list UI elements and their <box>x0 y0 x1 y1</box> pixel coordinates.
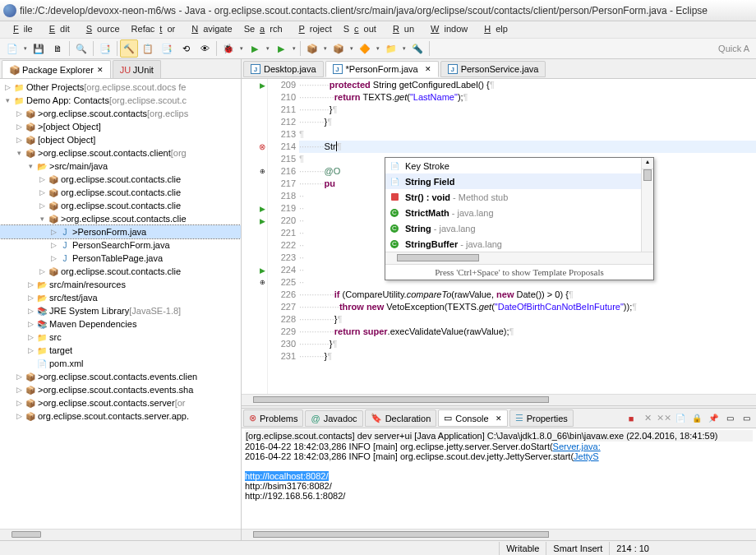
window-title: file:/C:/develop/devoxx-neon-m6/ws - Jav… <box>20 5 708 16</box>
tree-jre[interactable]: ▷📚JRE System Library [JavaSE-1.8] <box>0 304 241 317</box>
ca-hscroll[interactable] <box>385 252 653 264</box>
scroll-lock-button[interactable]: 🔒 <box>690 412 703 425</box>
terminate-button[interactable]: ■ <box>625 412 638 425</box>
tree-pom[interactable]: 📄pom.xml <box>0 357 241 370</box>
code-content[interactable]: ············protected String getConfigur… <box>299 79 756 394</box>
ca-string[interactable]: CString - java.lang <box>385 220 653 236</box>
tree-src-test-java[interactable]: ▷📂src/test/java <box>0 291 241 304</box>
tree-src-main-res[interactable]: ▷📂src/main/resources <box>0 278 241 291</box>
tree-pkg3[interactable]: ▾📦> org.eclipse.scout.contacts.clie <box>0 212 241 225</box>
tab-desktop[interactable]: JDesktop.java <box>243 61 324 77</box>
minimize-button[interactable]: ▭ <box>740 412 753 425</box>
menu-window[interactable]: Window <box>421 22 472 37</box>
menu-navigate[interactable]: Navigate <box>182 22 237 37</box>
package-explorer-tab[interactable]: 📦 Package Explorer ✕ <box>2 60 111 78</box>
ca-vscroll[interactable]: ▴ <box>641 158 653 252</box>
ca-strictmath[interactable]: CStrictMath - java.lang <box>385 205 653 220</box>
tab-personform[interactable]: J*PersonForm.java✕ <box>325 61 439 77</box>
menu-edit[interactable]: Edit <box>39 22 75 37</box>
tab-problems[interactable]: ⊗Problems <box>243 409 303 427</box>
tree-src-main-java[interactable]: ▾📂> src/main/java <box>0 160 241 173</box>
search-button[interactable]: 🔦 <box>408 39 426 58</box>
tree-pkg2[interactable]: ▷📦org.eclipse.scout.contacts.clie <box>0 199 241 212</box>
save-button[interactable]: 💾 <box>30 39 48 58</box>
build-button[interactable]: 🔨 <box>120 39 138 58</box>
tree-personform[interactable]: ▷J> PersonForm.java <box>0 225 241 238</box>
new-button[interactable]: 📄 <box>3 39 21 58</box>
tab-javadoc[interactable]: @Javadoc <box>305 410 362 427</box>
code-editor[interactable]: ▶ ⊗ ⊕ ▶ ▶ ▶ ⊕ 20921021121221321421521621… <box>242 79 756 394</box>
editor-hscroll[interactable] <box>242 394 756 405</box>
bookmark-button[interactable]: 📑 <box>158 39 176 58</box>
console-link-jetty[interactable]: JettyS <box>574 451 599 461</box>
tab-properties[interactable]: ☰Properties <box>509 409 574 427</box>
left-hscroll[interactable] <box>0 529 241 540</box>
tree-server[interactable]: ▷📦> org.eclipse.scout.contacts.server [o… <box>0 396 241 409</box>
package-explorer-tree[interactable]: ▷📁Other Projects [org.eclipse.scout.docs… <box>0 79 241 529</box>
console-link-server[interactable]: Server.java: <box>553 442 601 451</box>
tree-events[interactable]: ▷📦> org.eclipse.scout.contacts.events.cl… <box>0 370 241 383</box>
tree-pkg1[interactable]: ▷📦org.eclipse.scout.contacts.clie <box>0 186 241 199</box>
folder-button[interactable]: 📁 <box>382 39 400 58</box>
console-output[interactable]: [org.eclipse.scout.contacts] dev server+… <box>242 428 756 529</box>
console-hscroll[interactable] <box>242 529 756 540</box>
tree-src[interactable]: ▷📁src <box>0 331 241 344</box>
tree-other-projects[interactable]: ▷📁Other Projects [org.eclipse.scout.docs… <box>0 81 241 94</box>
menu-scout[interactable]: Scout <box>339 22 381 37</box>
debug-button[interactable]: 🐞 <box>219 39 237 58</box>
tree-server-app[interactable]: ▷📦org.eclipse.scout.contacts.server.app. <box>0 409 241 423</box>
menu-search[interactable]: Search <box>239 22 288 37</box>
display-button[interactable]: ▭ <box>723 412 736 425</box>
remove-all-button[interactable]: ⨯⨯ <box>657 412 671 425</box>
ca-stringbuffer[interactable]: CStringBuffer - java.lang <box>385 236 653 252</box>
java-icon: J <box>448 64 458 74</box>
tree-events-sha[interactable]: ▷📦> org.eclipse.scout.contacts.events.sh… <box>0 383 241 396</box>
sync-button[interactable]: ⟲ <box>177 39 195 58</box>
ca-str[interactable]: Str() : void - Method stub <box>385 189 653 205</box>
wizard-button[interactable]: 📦 <box>303 39 321 58</box>
remove-launch-button[interactable]: ✕ <box>641 412 654 425</box>
menu-refactor[interactable]: Refactor <box>127 22 181 37</box>
menu-help[interactable]: Help <box>474 22 513 37</box>
save-all-button[interactable]: 🗎 <box>48 39 67 58</box>
tree-pkg0[interactable]: ▷📦org.eclipse.scout.contacts.clie <box>0 173 241 186</box>
run-last-button[interactable]: ▶ <box>272 39 290 58</box>
task-button[interactable]: 📑 <box>96 39 114 58</box>
tree-pkg5[interactable]: ▷📦org.eclipse.scout.contacts.clie <box>0 265 241 278</box>
menu-source[interactable]: Source <box>76 22 125 37</box>
tree-personsearch[interactable]: ▷JPersonSearchForm.java <box>0 238 241 252</box>
content-assist-popup[interactable]: 📄Key Stroke 📄String Field Str() : void -… <box>385 157 654 280</box>
clear-button[interactable]: 📄 <box>674 412 687 425</box>
tree-settings[interactable]: ▷📦> [object Object] <box>0 120 241 133</box>
toggle-breakpoint-button[interactable]: 📋 <box>139 39 157 58</box>
run-button[interactable]: ▶ <box>246 39 264 58</box>
ca-keystroke[interactable]: 📄Key Stroke <box>385 158 653 173</box>
tab-declaration[interactable]: 🔖Declaration <box>365 409 437 427</box>
tree-contacts[interactable]: ▷📦> org.eclipse.scout.contacts [org.ecli… <box>0 107 241 120</box>
console-url1[interactable]: http://localhost:8082/ <box>245 471 329 481</box>
console-url2[interactable]: http://bsim3176:8082/ <box>245 481 332 491</box>
tree-maven[interactable]: ▷📚Maven Dependencies <box>0 317 241 331</box>
menu-file[interactable]: File <box>3 22 38 37</box>
show-button[interactable]: 👁 <box>196 39 214 58</box>
open-type-button[interactable]: 🔍 <box>72 39 90 58</box>
menu-run[interactable]: Run <box>383 22 419 37</box>
tree-target[interactable]: ▷📁target <box>0 344 241 357</box>
tab-console[interactable]: ▭Console✕ <box>438 409 507 427</box>
package-button[interactable]: 📦 <box>330 39 348 58</box>
tree-persontable[interactable]: ▷JPersonTablePage.java <box>0 252 241 265</box>
quick-access[interactable]: Quick A <box>718 44 753 53</box>
pin-button[interactable]: 📌 <box>707 412 720 425</box>
tree-client[interactable]: ▾📦> org.eclipse.scout.contacts.client [o… <box>0 146 241 160</box>
status-writable: Writable <box>499 542 546 555</box>
tree-allapp[interactable]: ▷📦[object Object] <box>0 133 241 146</box>
ca-stringfield[interactable]: 📄String Field <box>385 173 653 189</box>
tab-personservice[interactable]: JPersonService.java <box>440 61 546 77</box>
console-url3[interactable]: http://192.168.56.1:8082/ <box>245 491 345 501</box>
class-button[interactable]: 🔶 <box>356 39 374 58</box>
menu-project[interactable]: Project <box>289 22 337 37</box>
statusbar: Writable Smart Insert 214 : 10 <box>0 540 756 555</box>
junit-tab[interactable]: JU JUnit <box>113 60 161 78</box>
marker-ruler[interactable]: ▶ ⊗ ⊕ ▶ ▶ ▶ ⊕ <box>242 79 268 394</box>
tree-demo-app[interactable]: ▾📁Demo App: Contacts [org.eclipse.scout.… <box>0 94 241 107</box>
